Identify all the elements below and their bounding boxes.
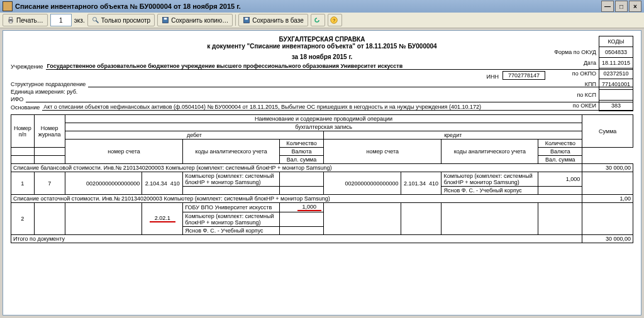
row1-d-an1: Компьютер (комплект: системный блокHP + … — [183, 172, 280, 187]
ifo-value — [26, 102, 633, 102]
code-date-value: 18.11.2015 — [599, 58, 633, 69]
svg-text:?: ? — [333, 18, 335, 23]
row1-c-sub: 410 — [429, 180, 438, 187]
table-row: 2 2.02.1 ГОБУ ВПО Университет искусств 1… — [11, 203, 633, 212]
floppy-db-icon — [243, 16, 250, 24]
row2-d-acct: 2.02.1 — [150, 215, 175, 222]
row1-d-sub: 410 — [170, 180, 180, 187]
unit-label: Единица измерения: руб. — [11, 89, 77, 95]
printer-icon — [7, 16, 14, 24]
save-db-label: Сохранить в базе — [252, 17, 304, 24]
basis-label: Основание — [11, 104, 40, 111]
th-c-acct: номер счета — [324, 140, 441, 164]
svg-rect-8 — [245, 18, 248, 19]
section-2-header: Списание остаточной стоимости. Инв.№ 210… — [11, 195, 633, 203]
refresh-button[interactable] — [311, 14, 325, 26]
doc-title-2: к документу "Списание инвентарного объек… — [11, 43, 633, 50]
print-label: Печать… — [16, 17, 43, 24]
row1-c-code: 00200000000000000 — [324, 172, 401, 195]
doc-icon — [3, 1, 13, 11]
magnifier-icon — [92, 16, 99, 24]
save-copy-button[interactable]: Сохранить копию… — [157, 14, 233, 26]
sec1-title: Списание балансовой стоимости. Инв.№ 210… — [11, 164, 582, 172]
sec2-title: Списание остаточной стоимости. Инв.№ 210… — [11, 195, 582, 203]
copies-input[interactable] — [50, 14, 72, 26]
minimize-button[interactable]: — — [601, 1, 614, 12]
print-button[interactable]: Печать… — [3, 14, 48, 26]
row1-d-acct: 2.104.34 — [145, 180, 167, 187]
doc-title-1: БУХГАЛТЕРСКАЯ СПРАВКА — [11, 36, 633, 43]
basis-value: Акт о списании объектов нефинансовых акт… — [42, 104, 633, 111]
svg-rect-6 — [164, 18, 167, 19]
org-label: Учреждение — [11, 63, 43, 70]
row1-journal: 7 — [34, 172, 65, 195]
svg-line-4 — [96, 21, 98, 23]
table-row: 1 7 00200000000000000 2.104.34 410 Компь… — [11, 172, 633, 187]
close-button[interactable]: × — [629, 1, 641, 12]
save-db-button[interactable]: Сохранить в базе — [238, 14, 308, 26]
footer-row: Итого по документу 30 000,00 — [11, 235, 633, 243]
window-title: Списание инвентарного объекта № БУ000004… — [15, 3, 601, 10]
copies-unit: экз. — [74, 17, 85, 24]
row2-d-qty: 1,000 — [297, 204, 322, 211]
org-value: Государственное образовательное бюджетно… — [46, 63, 633, 70]
inn-value: 7702778147 — [502, 71, 545, 80]
th-op-name: Наименование и содержание проводимой опе… — [65, 115, 582, 123]
row2-num: 2 — [11, 203, 35, 235]
th-sum: Сумма — [582, 115, 633, 148]
okei-value: 383 — [599, 101, 633, 111]
th-d-vsum: Вал. сумма — [279, 156, 323, 164]
th-d-acct: номер счета — [65, 140, 182, 164]
separator — [235, 14, 236, 26]
refresh-icon — [313, 16, 321, 24]
app-window: Списание инвентарного объекта № БУ000004… — [0, 0, 644, 318]
document-viewport[interactable]: КОДЫ Форма по ОКУД0504833 Дата18.11.2015… — [3, 30, 641, 315]
row2-d-an2: Компьютер (комплект: системный блокHP + … — [183, 212, 280, 227]
kpp-value: 771401001 — [599, 79, 633, 90]
kpp-label: КПП — [552, 79, 599, 90]
th-debit: дебет — [65, 131, 323, 140]
th-num-pp: Номер п/п — [11, 115, 35, 148]
codes-box: КОДЫ Форма по ОКУД0504833 Дата18.11.2015… — [552, 36, 633, 111]
code-date-label: Дата — [552, 58, 599, 69]
svg-rect-2 — [9, 21, 13, 23]
struct-label: Структурное подразделение — [11, 81, 86, 87]
row1-num: 1 — [11, 172, 35, 195]
preview-label: Только просмотр — [101, 17, 150, 24]
row1-d-code: 00200000000000000 — [65, 172, 142, 195]
th-c-vsum: Вал. сумма — [538, 156, 582, 164]
okud-label: Форма по ОКУД — [552, 47, 599, 58]
inn-label: ИНН — [486, 74, 498, 80]
main-table: Номер п/п Номер журнала Наименование и с… — [11, 114, 633, 243]
document: КОДЫ Форма по ОКУД0504833 Дата18.11.2015… — [3, 31, 641, 248]
row1-c-acct: 2.101.34 — [404, 180, 426, 187]
save-copy-label: Сохранить копию… — [171, 17, 228, 24]
row1-c-an1: Компьютер (комплект: системный блокHP + … — [441, 172, 538, 187]
codes-header: КОДЫ — [599, 36, 633, 47]
th-d-qty: Количество — [279, 140, 323, 148]
total-label: Итого по документу — [11, 235, 582, 243]
help-icon: ? — [330, 16, 338, 24]
okei-label: по ОКЕИ — [552, 101, 599, 111]
row2-d-an3: Яснов Ф. С. - Учебный корпус — [183, 227, 280, 235]
svg-point-3 — [92, 18, 96, 21]
row1-c-an2: Яснов Ф. С. - Учебный корпус — [441, 187, 538, 195]
floppy-icon — [162, 16, 169, 24]
th-entry: бухгалтерская запись — [65, 123, 582, 131]
th-c-qty: Количество — [538, 140, 582, 148]
maximize-button[interactable]: □ — [615, 1, 628, 12]
help-button[interactable]: ? — [328, 14, 342, 26]
sec2-sum: 1,00 — [582, 195, 633, 203]
okpo-value: 02372510 — [599, 69, 633, 79]
ifo-label: ИФО — [11, 96, 23, 102]
svg-rect-1 — [9, 18, 13, 19]
th-c-curr: Валюта — [538, 148, 582, 156]
section-1-header: Списание балансовой стоимости. Инв.№ 210… — [11, 164, 633, 172]
sec1-sum: 30 000,00 — [582, 164, 633, 172]
titlebar: Списание инвентарного объекта № БУ000004… — [0, 0, 644, 13]
okud-value: 0504833 — [599, 47, 633, 58]
th-credit: кредит — [324, 131, 582, 140]
preview-button[interactable]: Только просмотр — [87, 14, 155, 26]
doc-date-line: за 18 ноября 2015 г. — [11, 53, 633, 60]
th-d-curr: Валюта — [279, 148, 323, 156]
